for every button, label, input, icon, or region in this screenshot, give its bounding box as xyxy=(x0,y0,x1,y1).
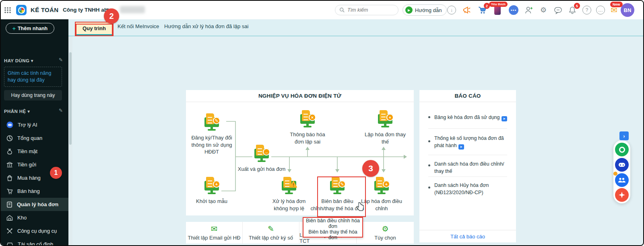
menu-item-bien-ban-thay-the[interactable]: Biên bản thay thế hóa đơn xyxy=(303,229,362,240)
plus-badge-icon: + xyxy=(383,180,390,188)
annotation-step-2: 2 xyxy=(104,8,119,24)
invoice-doc-icon xyxy=(6,201,12,208)
search-box[interactable] xyxy=(335,5,398,15)
frequent-page-button[interactable]: Hay dùng trang này xyxy=(4,90,62,100)
node-thong-bao-hoa-don-lap-sai[interactable]: × Thông báo hóa đơn lập sai xyxy=(285,110,330,145)
action-thiet-lap-chu-ky-so[interactable]: ✎ Thiết lập chữ ký số xyxy=(243,222,299,244)
question-icon: ? xyxy=(582,6,591,14)
money-bag-icon xyxy=(6,148,13,155)
company-selector[interactable]: Công ty TNHH abc xyxy=(63,7,111,13)
gear-icon: ⚙ xyxy=(382,225,388,233)
search-input[interactable] xyxy=(347,7,392,13)
cross-badge-icon: × xyxy=(309,114,316,121)
action-thiet-lap-email[interactable]: ✉ Thiết lập Email gửi HĐ xyxy=(186,222,243,244)
support-chat-button[interactable] xyxy=(615,143,629,156)
plus-badge-icon: + xyxy=(386,114,394,121)
avatar[interactable]: BN xyxy=(621,3,634,17)
notification-dot xyxy=(613,172,617,176)
report-danh-sach-dieu-chinh[interactable]: Danh sách hóa đơn điều chỉnh/ thay thế xyxy=(428,160,509,175)
node-lap-hoa-don-thay-the[interactable]: + Lập hóa đơn thay thế xyxy=(361,110,409,145)
community-button[interactable] xyxy=(615,173,629,187)
sparkle-icon xyxy=(619,192,625,198)
warehouse-icon xyxy=(6,215,13,221)
app-logo-icon[interactable] xyxy=(16,5,27,15)
signature-pen-icon: ✎ xyxy=(268,225,274,233)
tab-ket-noi-meinvoice[interactable]: Kết nối MeInvoice xyxy=(118,23,159,29)
settings-button[interactable]: ⚙ xyxy=(539,5,548,15)
sidebar-item-quan-ly-hoa-don[interactable]: Quản lý hóa đơn xyxy=(1,198,68,211)
report-bang-ke[interactable]: Bảng kê hóa đơn đã sử dụng➤ xyxy=(428,114,509,121)
ellipsis-icon: … xyxy=(596,6,605,14)
favorites-badge: Yêu thích xyxy=(489,2,508,7)
help-button[interactable]: ? xyxy=(582,5,592,15)
sidebar-item-tro-ly-ai[interactable]: Trợ lý AI xyxy=(1,118,68,131)
send-badge-icon: → xyxy=(263,148,270,156)
notifications-button[interactable]: 5 xyxy=(568,5,577,15)
sidebar-item-kho[interactable]: Kho xyxy=(1,211,68,224)
node-khoi-tao-mau[interactable]: + Khởi tạo mẫu xyxy=(188,177,236,205)
sidebar-item-ban-hang[interactable]: Bán hàng xyxy=(1,184,68,198)
sidebar-scrollbar[interactable] xyxy=(68,36,72,246)
feedback-button[interactable] xyxy=(553,5,563,15)
node-xuat-va-gui-hoa-don[interactable]: → Xuất và gửi hóa đơn xyxy=(229,145,294,173)
robot-icon xyxy=(619,163,625,167)
whats-new-button[interactable]: New ✉ xyxy=(609,5,619,15)
report-new-badge-icon: ➤ xyxy=(502,116,507,121)
favorites-button[interactable]: Yêu thích xyxy=(493,5,502,15)
invoice-adjust-icon: + xyxy=(372,177,391,195)
invoice-replace-icon: + xyxy=(376,110,395,129)
footer-actions-card: ✉ Thiết lập Email gửi HĐ ✎ Thiết lập chữ… xyxy=(186,222,414,244)
all-reports-link[interactable]: Tất cả báo cáo xyxy=(419,230,516,242)
announcement-button[interactable] xyxy=(462,5,472,15)
ai-bot-button[interactable] xyxy=(615,158,629,172)
pin-hint-box: Ghim các tính năng hay dùng tại đây xyxy=(4,67,62,87)
section-phan-he[interactable]: PHÂN HỆ ▾ xyxy=(4,109,30,114)
app-launcher-icon[interactable] xyxy=(4,7,11,13)
menu-item-bien-ban-dieu-chinh[interactable]: Biên bản điều chỉnh hóa đơn xyxy=(303,218,362,229)
sidebar-item-tien-mat[interactable]: Tiền mặt xyxy=(1,145,68,158)
edit-icon[interactable]: ✎ xyxy=(59,57,63,63)
reports-title: BÁO CÁO xyxy=(419,90,516,102)
guide-button-label: Hướng dẫn xyxy=(415,7,442,13)
pin-hint-text: Ghim các tính năng hay dùng tại đây xyxy=(8,70,58,84)
panel-expand-button[interactable]: › xyxy=(619,131,629,140)
node-xu-ly-hoa-don-khong-hop-le[interactable]: ! Xử lý hóa đơn không hợp lệ xyxy=(266,177,312,212)
person-plus-icon xyxy=(524,6,533,14)
section-hay-dung[interactable]: HAY DÙNG ▾ xyxy=(4,58,33,64)
annotation-step-1: 1 xyxy=(50,167,62,179)
edit-icon[interactable]: ✎ xyxy=(59,108,63,113)
envelope-icon: ✉ xyxy=(211,225,217,233)
tab-huong-dan-xu-ly[interactable]: Hướng dẫn xử lý hóa đơn đã lập sai xyxy=(164,23,248,29)
people-icon xyxy=(618,177,626,183)
download-button[interactable]: ↓ xyxy=(447,5,456,15)
report-danh-sach-huy[interactable]: Danh sách Hủy hóa đơn (NĐ123/2020/NĐ-CP) xyxy=(428,182,509,196)
app-window: KẾ TOÁN Công ty TNHH abc ▾ ▶ Hướng dẫn ↓ xyxy=(0,0,644,246)
comment-icon xyxy=(554,6,562,14)
chat-button[interactable]: ••• xyxy=(509,5,518,15)
sidebar-item-cong-cu-dung-cu[interactable]: Công cụ dụng cụ xyxy=(1,224,68,238)
quick-add-button[interactable]: + Thêm nhanh xyxy=(6,23,54,34)
cart-button[interactable]: 2 xyxy=(477,5,487,15)
step2-highlight-rect xyxy=(76,24,113,36)
support-float-panel xyxy=(613,140,630,203)
action-tuy-chon[interactable]: ⚙ Tùy chọn xyxy=(357,222,414,244)
bank-icon xyxy=(6,162,13,168)
plus-badge-icon: + xyxy=(213,180,220,188)
top-bar: KẾ TOÁN Công ty TNHH abc ▾ ▶ Hướng dẫn ↓ xyxy=(1,1,644,19)
plus-icon: + xyxy=(12,25,16,32)
sparkle-button[interactable] xyxy=(615,188,629,202)
invoice-register-icon: ✎ xyxy=(202,113,221,132)
annotation-step-3: 3 xyxy=(362,160,379,177)
shopping-bag-icon xyxy=(6,175,13,181)
report-thong-ke-so-luong[interactable]: Thống kê số lượng hóa đơn đã phát hành➤ xyxy=(428,135,509,150)
guide-button[interactable]: ▶ Hướng dẫn xyxy=(402,4,447,16)
add-user-button[interactable] xyxy=(524,5,534,15)
dashboard-icon xyxy=(6,135,13,141)
new-badge: New xyxy=(610,2,623,7)
more-button[interactable]: … xyxy=(596,5,605,15)
sidebar-item-tai-san-co-dinh[interactable]: Tài sản cố định xyxy=(1,238,68,246)
sidebar: + Thêm nhanh HAY DÙNG ▾ ✎ Ghim các tính … xyxy=(1,19,68,246)
mail-icon: ✉ xyxy=(611,6,618,14)
sidebar-item-tong-quan[interactable]: Tổng quan xyxy=(1,131,68,145)
gear-icon: ⚙ xyxy=(540,6,547,14)
